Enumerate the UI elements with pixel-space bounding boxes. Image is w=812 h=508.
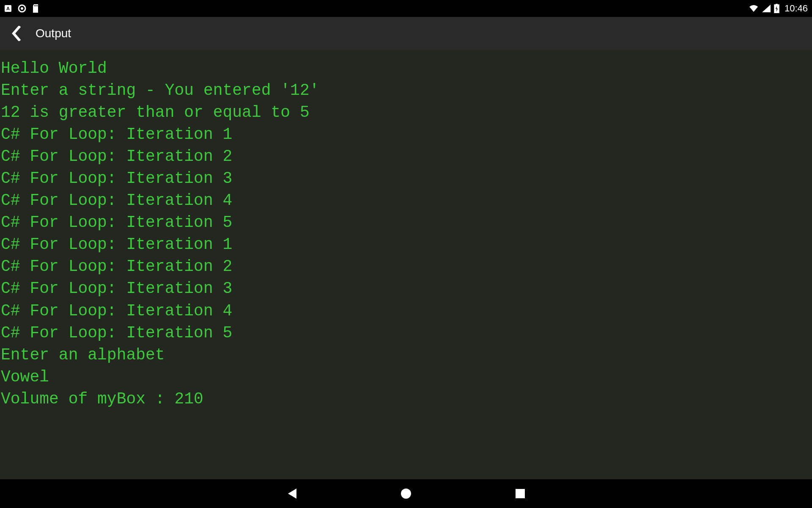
svg-rect-4 bbox=[34, 5, 35, 6]
signal-icon bbox=[762, 5, 771, 12]
output-line: C# For Loop: Iteration 2 bbox=[0, 256, 812, 278]
svg-text:A: A bbox=[6, 6, 10, 11]
output-line: C# For Loop: Iteration 2 bbox=[0, 146, 812, 168]
output-line: C# For Loop: Iteration 1 bbox=[0, 124, 812, 146]
app-indicator-icon: A bbox=[4, 5, 12, 12]
nav-back-button[interactable] bbox=[279, 481, 304, 506]
status-bar: A 10:46 bbox=[0, 0, 812, 17]
output-line: C# For Loop: Iteration 1 bbox=[0, 234, 812, 256]
nav-recent-button[interactable] bbox=[508, 481, 533, 506]
page-title: Output bbox=[36, 27, 71, 40]
output-line: Vowel bbox=[0, 366, 812, 388]
svg-point-3 bbox=[21, 7, 23, 10]
wifi-icon bbox=[749, 4, 759, 13]
status-left: A bbox=[4, 4, 39, 13]
svg-rect-6 bbox=[37, 5, 38, 6]
output-line: Volume of myBox : 210 bbox=[0, 388, 812, 410]
output-line: Enter a string - You entered '12' bbox=[0, 80, 812, 102]
triangle-back-icon bbox=[286, 488, 297, 500]
output-line: C# For Loop: Iteration 5 bbox=[0, 322, 812, 344]
status-right: 10:46 bbox=[749, 3, 808, 14]
status-clock: 10:46 bbox=[785, 3, 808, 14]
output-line: 12 is greater than or equal to 5 bbox=[0, 102, 812, 124]
app-bar: Output bbox=[0, 17, 812, 50]
svg-rect-11 bbox=[516, 489, 525, 498]
sd-card-icon bbox=[32, 4, 39, 13]
svg-point-10 bbox=[401, 489, 411, 499]
output-content: Hello World Enter a string - You entered… bbox=[0, 50, 812, 479]
circle-icon bbox=[18, 4, 26, 13]
battery-charging-icon bbox=[774, 4, 779, 13]
output-line: C# For Loop: Iteration 3 bbox=[0, 278, 812, 300]
output-line: C# For Loop: Iteration 4 bbox=[0, 300, 812, 322]
back-button[interactable] bbox=[8, 25, 25, 42]
output-line: C# For Loop: Iteration 5 bbox=[0, 212, 812, 234]
output-line: C# For Loop: Iteration 3 bbox=[0, 168, 812, 190]
output-line: C# For Loop: Iteration 4 bbox=[0, 190, 812, 212]
circle-home-icon bbox=[400, 488, 412, 500]
chevron-left-icon bbox=[11, 26, 21, 41]
output-line: Hello World bbox=[0, 58, 812, 80]
navigation-bar bbox=[0, 479, 812, 508]
svg-rect-5 bbox=[36, 5, 36, 6]
nav-home-button[interactable] bbox=[393, 481, 419, 506]
square-recent-icon bbox=[515, 489, 525, 499]
output-line: Enter an alphabet bbox=[0, 344, 812, 366]
